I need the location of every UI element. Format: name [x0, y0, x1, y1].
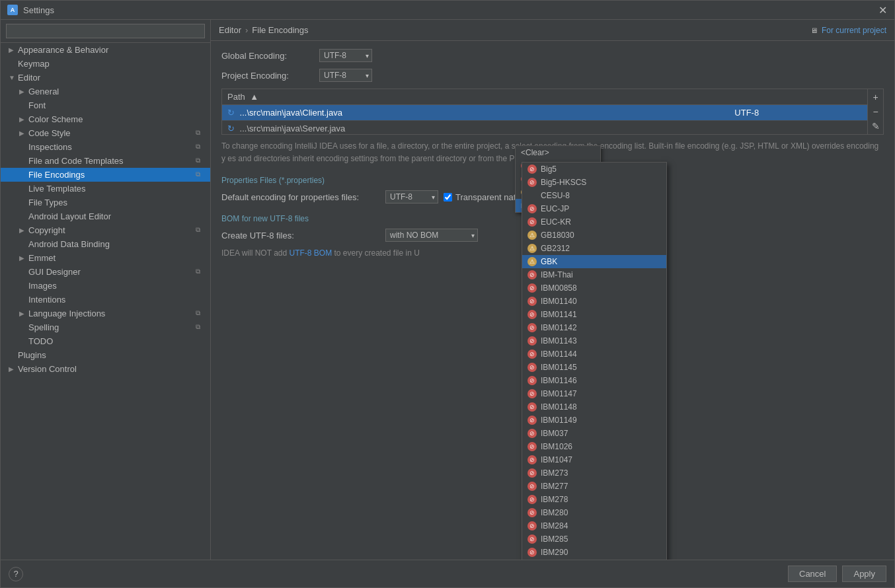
expand-icon: ▼	[9, 74, 18, 81]
expand-icon: ▶	[19, 116, 28, 123]
dropdown-item-ibm297[interactable]: ⊘ IBM297	[522, 559, 666, 560]
search-input[interactable]	[6, 24, 205, 38]
sidebar-item-color-scheme[interactable]: ▶ Color Scheme	[1, 112, 210, 126]
dropdown-item-ibm01141[interactable]: ⊘ IBM01141	[522, 308, 666, 321]
add-button[interactable]: +	[869, 91, 882, 104]
enc-warning-icon: ⊘	[527, 336, 537, 346]
dropdown-item-ibm00858[interactable]: ⊘ IBM00858	[522, 281, 666, 295]
dropdown-item-ibm01140[interactable]: ⊘ IBM01140	[522, 295, 666, 308]
file-table-main: Path ▲ ↻ ...\src\main\java\Client.java	[222, 89, 867, 134]
dropdown-item-ibm01142[interactable]: ⊘ IBM01142	[522, 321, 666, 334]
sidebar-item-label: Images	[28, 281, 205, 291]
table-row[interactable]: ↻ ...\src\main\java\Server.java	[222, 121, 867, 135]
edit-button[interactable]: ✎	[869, 120, 882, 133]
sidebar-item-file-encodings[interactable]: File Encodings ⧉	[1, 168, 210, 182]
sidebar-item-android-layout[interactable]: Android Layout Editor	[1, 209, 210, 223]
sidebar-item-version-control[interactable]: ▶ Version Control	[1, 362, 210, 376]
dropdown-item-gb2312[interactable]: ⚠ GB2312	[522, 242, 666, 255]
project-encoding-select-wrapper: UTF-8	[319, 69, 372, 82]
sidebar-item-language-injections[interactable]: ▶ Language Injections ⧉	[1, 307, 210, 320]
dropdown-item-ibm01149[interactable]: ⊘ IBM01149	[522, 414, 666, 427]
bom-select[interactable]: with NO BOM	[385, 229, 478, 242]
sidebar-item-label: Live Templates	[28, 184, 205, 194]
cancel-button[interactable]: Cancel	[788, 566, 837, 582]
dropdown-item-ibm273[interactable]: ⊘ IBM273	[522, 466, 666, 480]
expand-icon: ▶	[19, 227, 28, 234]
default-encoding-select[interactable]: UTF-8	[385, 190, 438, 203]
dropdown-item-ibm-thai[interactable]: ⊘ IBM-Thai	[522, 268, 666, 281]
sidebar-item-emmet[interactable]: ▶ Emmet	[1, 251, 210, 265]
sidebar-item-todo[interactable]: TODO	[1, 334, 210, 348]
dropdown-item-eucjp[interactable]: ⊘ EUC-JP	[522, 202, 666, 215]
dropdown-item-ibm290[interactable]: ⊘ IBM290	[522, 546, 666, 559]
encoding-option-label: EUC-JP	[541, 204, 569, 213]
dropdown-item-ibm037[interactable]: ⊘ IBM037	[522, 427, 666, 440]
dropdown-item-ibm278[interactable]: ⊘ IBM278	[522, 493, 666, 506]
enc-warning-icon: ⚠	[527, 231, 537, 240]
dropdown-item-gb18030[interactable]: ⚠ GB18030	[522, 229, 666, 242]
sidebar-item-label: Copyright	[28, 225, 196, 235]
sidebar-item-keymap[interactable]: Keymap	[1, 57, 210, 71]
dropdown-item-ibm01147[interactable]: ⊘ IBM01147	[522, 387, 666, 400]
sidebar-item-font[interactable]: Font	[1, 98, 210, 112]
sidebar-item-spelling[interactable]: Spelling ⧉	[1, 320, 210, 334]
dropdown-item-euckr[interactable]: ⊘ EUC-KR	[522, 215, 666, 229]
sidebar-item-file-code-templates[interactable]: File and Code Templates ⧉	[1, 154, 210, 168]
sidebar-item-code-style[interactable]: ▶ Code Style ⧉	[1, 126, 210, 140]
encoding-option-label: IBM01149	[541, 416, 577, 425]
sidebar-item-live-templates[interactable]: Live Templates	[1, 182, 210, 196]
sidebar-item-label: Editor	[18, 73, 205, 83]
dropdown-item-ibm277[interactable]: ⊘ IBM277	[522, 480, 666, 493]
sidebar-item-file-types[interactable]: File Types	[1, 196, 210, 209]
project-link[interactable]: For current project	[822, 26, 886, 35]
sidebar-item-gui-designer[interactable]: GUI Designer ⧉	[1, 265, 210, 279]
sidebar-item-intentions[interactable]: Intentions	[1, 293, 210, 307]
apply-button[interactable]: Apply	[842, 566, 886, 582]
dropdown-item-ibm01145[interactable]: ⊘ IBM01145	[522, 361, 666, 374]
remove-button[interactable]: −	[869, 105, 882, 118]
dropdown-item-big5[interactable]: ⊘ Big5	[522, 163, 666, 176]
dropdown-item-ibm285[interactable]: ⊘ IBM285	[522, 533, 666, 546]
project-encoding-select[interactable]: UTF-8	[319, 69, 372, 82]
app-icon: A	[7, 5, 18, 15]
encoding-dropdown[interactable]: ⊘ Big5 ⊘ Big5-HKSCS CESU-8 ⊘ EUC-JP ⊘	[522, 162, 667, 560]
path-column-header[interactable]: Path ▲	[222, 89, 729, 105]
table-row[interactable]: ↻ ...\src\main\java\Client.java UTF-8	[222, 105, 867, 121]
dropdown-item-gbk[interactable]: ⚠ GBK	[522, 255, 666, 268]
global-encoding-select[interactable]: UTF-8	[319, 49, 372, 62]
dropdown-item-ibm280[interactable]: ⊘ IBM280	[522, 506, 666, 519]
project-encoding-label: Project Encoding:	[221, 71, 314, 81]
sidebar-item-label: Color Scheme	[28, 114, 205, 124]
sidebar-item-android-data[interactable]: Android Data Binding	[1, 237, 210, 251]
sidebar-item-editor[interactable]: ▼ Editor	[1, 71, 210, 85]
sidebar-item-label: General	[28, 87, 205, 96]
dropdown-item-ibm284[interactable]: ⊘ IBM284	[522, 519, 666, 533]
context-menu-item-clear[interactable]: <Clear>	[516, 146, 600, 159]
enc-warning-icon: ⊘	[527, 442, 537, 451]
dropdown-item-ibm01146[interactable]: ⊘ IBM01146	[522, 374, 666, 387]
dropdown-item-ibm01143[interactable]: ⊘ IBM01143	[522, 334, 666, 348]
sidebar-item-appearance[interactable]: ▶ Appearance & Behavior	[1, 43, 210, 57]
transparent-checkbox[interactable]	[444, 193, 452, 202]
sidebar-item-inspections[interactable]: Inspections ⧉	[1, 140, 210, 154]
sidebar-item-copyright[interactable]: ▶ Copyright ⧉	[1, 223, 210, 237]
dropdown-item-ibm1026[interactable]: ⊘ IBM1026	[522, 440, 666, 453]
encoding-column-header[interactable]	[729, 89, 867, 105]
help-button[interactable]: ?	[9, 567, 23, 581]
sidebar-item-images[interactable]: Images	[1, 279, 210, 293]
close-button[interactable]: ✕	[877, 5, 888, 15]
encoding-option-label: EUC-KR	[541, 217, 571, 227]
dropdown-item-cesu8[interactable]: CESU-8	[522, 189, 666, 202]
sidebar: ▶ Appearance & Behavior Keymap ▼ Editor …	[1, 20, 211, 560]
dropdown-item-ibm1047[interactable]: ⊘ IBM1047	[522, 453, 666, 466]
copy-icon: ⧉	[196, 157, 205, 166]
dropdown-item-ibm01144[interactable]: ⊘ IBM01144	[522, 348, 666, 361]
utf8-bom-link[interactable]: UTF-8 BOM	[289, 248, 332, 258]
breadcrumb: Editor › File Encodings 🖥 For current pr…	[211, 20, 894, 41]
encoding-option-label: IBM280	[541, 508, 568, 517]
sidebar-item-label: GUI Designer	[28, 267, 196, 277]
sidebar-item-plugins[interactable]: Plugins	[1, 348, 210, 362]
dropdown-item-ibm01148[interactable]: ⊘ IBM01148	[522, 400, 666, 414]
dropdown-item-big5hkscs[interactable]: ⊘ Big5-HKSCS	[522, 176, 666, 189]
sidebar-item-general[interactable]: ▶ General	[1, 85, 210, 98]
